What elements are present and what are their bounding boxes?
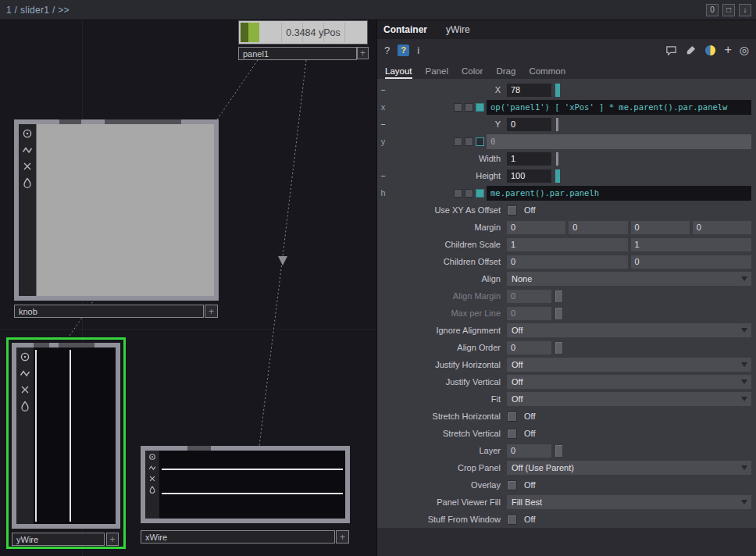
expr-channel-label[interactable]: x <box>377 102 389 112</box>
param-slider[interactable] <box>555 152 562 166</box>
display-flag-icon[interactable] <box>22 128 33 139</box>
param-number-field[interactable]: 0 <box>507 444 551 458</box>
bypass-flag-icon[interactable] <box>22 161 33 172</box>
expand-indicator[interactable]: − <box>377 119 389 129</box>
tab-layout[interactable]: Layout <box>385 66 412 79</box>
python-icon[interactable] <box>704 45 716 56</box>
mode-expression-button[interactable] <box>476 137 484 146</box>
expand-indicator[interactable]: − <box>377 85 389 94</box>
param-slider-handle[interactable] <box>555 341 563 355</box>
tab-drag[interactable]: Drag <box>496 66 515 79</box>
param-toggle-checkbox[interactable] <box>507 412 517 422</box>
param-dropdown[interactable]: Off <box>507 323 751 337</box>
maximize-button[interactable]: □ <box>722 4 735 16</box>
lock-flag-icon[interactable] <box>22 177 33 188</box>
node-ywire-viewer[interactable] <box>34 348 116 524</box>
param-expression-field[interactable]: op('panel1') [ 'xPos' ] * me.parent().pa… <box>487 100 751 115</box>
node-xwire-flag-button[interactable]: + <box>336 530 349 544</box>
param-number-field[interactable]: 0 <box>693 221 751 234</box>
mode-constant-button[interactable] <box>454 103 462 112</box>
param-slider[interactable] <box>555 169 562 183</box>
param-number-field[interactable]: 0 <box>507 255 628 269</box>
node-knob-viewer[interactable] <box>36 124 214 296</box>
mode-constant-button[interactable] <box>454 137 462 146</box>
expr-channel-label[interactable]: y <box>377 137 389 146</box>
param-dropdown[interactable]: Off (Use Parent) <box>507 461 751 475</box>
display-flag-icon[interactable] <box>20 351 30 362</box>
param-number-field[interactable]: 0 <box>569 221 627 234</box>
node-label-knob[interactable]: knob <box>14 305 204 318</box>
expr-channel-label[interactable]: h <box>377 188 389 198</box>
tab-common[interactable]: Common <box>529 66 565 79</box>
mode-constant-button[interactable] <box>454 189 462 198</box>
param-dropdown[interactable]: Fill Best <box>507 495 751 509</box>
node-ywire[interactable] <box>12 343 120 529</box>
param-toggle-checkbox[interactable] <box>507 515 517 525</box>
viewer-flag-icon[interactable] <box>20 368 30 379</box>
viewer-flag-icon[interactable] <box>22 144 33 155</box>
mode-expression-button[interactable] <box>476 103 484 112</box>
param-slider[interactable] <box>555 84 562 97</box>
param-number-field[interactable]: 78 <box>507 84 551 97</box>
param-toggle-checkbox[interactable] <box>507 205 517 216</box>
language-icon[interactable] <box>685 45 697 56</box>
viewer-flag-icon[interactable] <box>148 464 156 472</box>
param-toggle-checkbox[interactable] <box>507 429 517 439</box>
param-slider[interactable] <box>555 118 562 131</box>
viewer-count-button[interactable]: 0 <box>706 4 719 16</box>
lock-flag-icon[interactable] <box>20 401 30 412</box>
display-flag-icon[interactable] <box>148 453 156 461</box>
param-number-field[interactable]: 0 <box>507 290 551 303</box>
bypass-flag-icon[interactable] <box>148 475 156 483</box>
info-icon[interactable]: i <box>417 45 419 55</box>
network-editor[interactable]: 0.3484 yPos panel1 + knob + <box>0 20 376 556</box>
param-number-field[interactable]: 1 <box>507 152 551 166</box>
param-number-field[interactable]: 1 <box>507 238 628 251</box>
param-number-field[interactable]: 0 <box>507 221 565 234</box>
node-label-panel1[interactable]: panel1 <box>238 47 357 60</box>
node-label-ywire[interactable]: yWire <box>12 533 105 546</box>
param-dropdown[interactable]: Off <box>507 375 751 389</box>
global-op-icon[interactable]: ◎ <box>740 45 749 55</box>
param-dropdown[interactable]: Off <box>507 392 751 406</box>
node-ywire-flag-button[interactable]: + <box>106 533 119 546</box>
param-number-field[interactable]: 100 <box>507 169 551 183</box>
python-help-icon[interactable]: ? <box>398 45 409 56</box>
node-label-xwire[interactable]: xWire <box>141 530 335 544</box>
expand-indicator[interactable]: − <box>377 171 389 180</box>
param-dropdown[interactable]: None <box>507 272 751 286</box>
mode-export-button[interactable] <box>465 103 473 112</box>
param-number-field[interactable]: 0 <box>507 118 551 131</box>
comment-icon[interactable] <box>665 45 677 56</box>
tab-color[interactable]: Color <box>462 66 483 79</box>
param-toggle-checkbox[interactable] <box>507 480 517 490</box>
add-parameter-icon[interactable]: + <box>724 44 731 56</box>
mode-export-button[interactable] <box>465 137 473 146</box>
param-slider-handle[interactable] <box>555 444 563 458</box>
breadcrumb[interactable]: 1 / slider1 / >> <box>6 5 70 16</box>
param-expression-field[interactable]: 0 <box>487 134 751 149</box>
param-slider-handle[interactable] <box>555 290 563 303</box>
param-number-field[interactable]: 0 <box>631 221 690 234</box>
mode-export-button[interactable] <box>465 189 473 198</box>
mode-expression-button[interactable] <box>476 189 484 198</box>
node-panel1-viewer[interactable]: 0.3484 yPos <box>238 20 368 45</box>
dock-button[interactable]: ↓ <box>739 4 751 16</box>
node-xwire[interactable] <box>141 446 350 523</box>
param-dropdown[interactable]: Off <box>507 358 751 372</box>
param-expression-field[interactable]: me.parent().par.panelh <box>487 186 751 201</box>
param-number-field[interactable]: 0 <box>631 255 752 269</box>
node-panel1-flag-button[interactable]: + <box>357 47 369 59</box>
node-knob[interactable] <box>14 119 219 301</box>
tab-panel[interactable]: Panel <box>426 66 448 79</box>
node-knob-flag-button[interactable]: + <box>205 305 218 318</box>
param-number-field[interactable]: 0 <box>507 307 551 320</box>
param-slider-handle[interactable] <box>555 307 563 320</box>
param-number-field[interactable]: 0 <box>507 341 551 355</box>
param-number-field[interactable]: 1 <box>631 238 752 251</box>
help-icon[interactable]: ? <box>384 45 390 55</box>
bypass-flag-icon[interactable] <box>20 384 30 395</box>
lock-flag-icon[interactable] <box>148 486 156 494</box>
operator-name[interactable]: yWire <box>446 24 470 35</box>
node-xwire-viewer[interactable] <box>159 451 345 519</box>
